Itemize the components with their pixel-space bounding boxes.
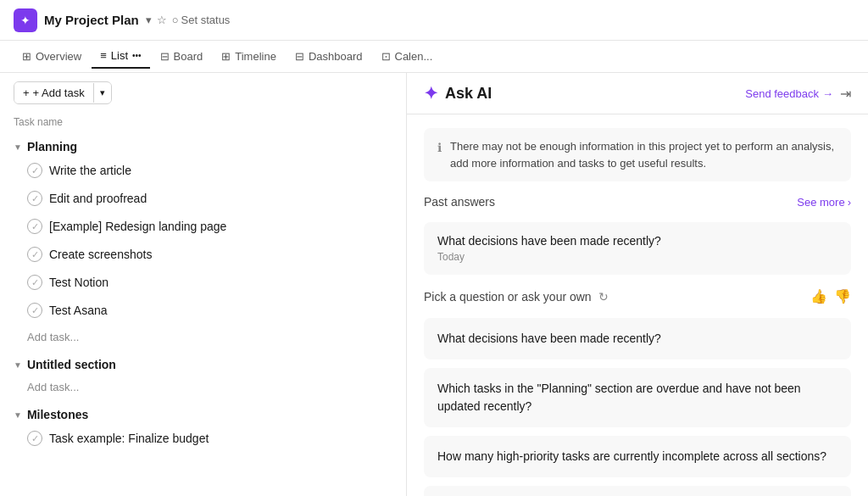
chevron-right-icon: › [848,196,851,209]
nav-tabs: ⊞ Overview ≡ List ••• ⊟ Board ⊞ Timeline… [0,41,868,73]
main-content: + + Add task ▾ Task name ▼ Planning ✓ Wr… [0,73,868,496]
task-check-icon[interactable]: ✓ [27,163,42,178]
section-milestones[interactable]: ▼ Milestones [0,399,406,425]
task-item[interactable]: ✓ Edit and proofread [0,185,406,213]
tab-overview[interactable]: ⊞ Overview [14,45,90,68]
task-check-icon[interactable]: ✓ [27,219,42,234]
task-list: Task name ▼ Planning ✓ Write the article… [0,113,406,496]
list-icon: ≡ [100,49,107,62]
calendar-icon: ⊡ [381,50,391,63]
left-toolbar: + + Add task ▾ [0,73,406,113]
past-answer-question: What decisions have been made recently? [437,234,837,248]
task-item[interactable]: ✓ Write the article [0,157,406,185]
past-answers-label: Past answers [424,195,495,209]
past-answer-date: Today [437,251,837,263]
thumbs-down-icon[interactable]: 👎 [834,288,851,304]
pick-question-label: Pick a question or ask your own ↻ [424,290,609,304]
board-icon: ⊟ [160,50,170,63]
task-check-icon[interactable]: ✓ [27,275,42,290]
chevron-down-icon[interactable]: ▾ [146,14,152,26]
tab-dashboard[interactable]: ⊟ Dashboard [287,45,371,68]
task-check-icon[interactable]: ✓ [27,431,42,446]
suggested-question-3[interactable]: Identify any tasks that have had their d… [424,486,851,496]
more-options-icon[interactable]: ••• [132,51,142,60]
refresh-icon[interactable]: ↻ [598,290,609,304]
add-task-dropdown[interactable]: ▾ [93,83,111,103]
thumbs-up-icon[interactable]: 👍 [810,288,827,304]
task-item[interactable]: ✓ Task example: Finalize budget [0,425,406,453]
right-content: ℹ There may not be enough information in… [407,114,868,496]
task-check-icon[interactable]: ✓ [27,191,42,206]
collapse-icon: ▼ [14,410,22,420]
task-item[interactable]: ✓ Test Notion [0,269,406,297]
info-icon: ℹ [437,139,442,157]
right-panel: ✦ Ask AI Send feedback → ⇥ ℹ There may n… [407,73,868,496]
circle-icon: ○ [172,14,179,26]
ask-ai-actions: Send feedback → ⇥ [745,86,851,102]
see-more-button[interactable]: See more › [797,196,851,209]
set-status-button[interactable]: ○ Set status [172,14,231,26]
task-item[interactable]: ✓ Create screenshots [0,241,406,269]
arrow-right-icon: → [822,87,833,100]
app-icon: ✦ [14,8,37,32]
project-title: My Project Plan [44,13,139,27]
reaction-icons: 👍 👎 [810,288,851,304]
task-check-icon[interactable]: ✓ [27,247,42,262]
tab-board[interactable]: ⊟ Board [152,45,212,68]
collapse-icon: ▼ [14,360,22,370]
past-answers-section: Past answers See more › [424,195,851,209]
left-panel: + + Add task ▾ Task name ▼ Planning ✓ Wr… [0,73,407,496]
collapse-panel-button[interactable]: ⇥ [840,86,851,102]
star-icon[interactable]: ☆ [157,14,167,26]
add-task-button[interactable]: + + Add task ▾ [14,81,112,104]
section-planning[interactable]: ▼ Planning [0,131,406,157]
tab-list[interactable]: ≡ List ••• [92,44,149,69]
top-bar: ✦ My Project Plan ▾ ☆ ○ Set status [0,0,868,41]
top-bar-actions: ▾ ☆ ○ Set status [146,14,231,26]
task-item[interactable]: ✓ [Example] Redesign landing page [0,213,406,241]
info-banner: ℹ There may not be enough information in… [424,128,851,181]
suggested-question-1[interactable]: Which tasks in the "Planning" section ar… [424,368,851,427]
ask-ai-title: ✦ Ask AI [424,83,492,103]
overview-icon: ⊞ [22,50,31,63]
timeline-icon: ⊞ [221,50,231,63]
send-feedback-button[interactable]: Send feedback → [745,87,833,100]
dashboard-icon: ⊟ [295,50,304,63]
suggested-question-0[interactable]: What decisions have been made recently? [424,318,851,359]
tab-timeline[interactable]: ⊞ Timeline [213,45,285,68]
ai-sparkle-icon: ✦ [424,83,438,103]
task-item[interactable]: ✓ Test Asana [0,297,406,325]
section-untitled[interactable]: ▼ Untitled section [0,349,406,375]
questions-list: What decisions have been made recently? … [424,318,851,496]
pick-question-header: Pick a question or ask your own ↻ 👍 👎 [424,288,851,304]
collapse-icon: ▼ [14,142,22,152]
add-task-inline-untitled[interactable]: Add task... [0,375,406,399]
add-task-inline-planning[interactable]: Add task... [0,325,406,349]
task-check-icon[interactable]: ✓ [27,303,42,318]
col-header: Task name [0,113,406,131]
plus-icon: + [23,86,30,99]
suggested-question-2[interactable]: How many high-priority tasks are current… [424,436,851,477]
tab-calendar[interactable]: ⊡ Calen... [373,45,442,68]
past-answers-header: Past answers See more › [424,195,851,209]
ask-ai-header: ✦ Ask AI Send feedback → ⇥ [407,73,868,114]
past-answer-card[interactable]: What decisions have been made recently? … [424,222,851,275]
add-task-main[interactable]: + + Add task [14,82,93,103]
